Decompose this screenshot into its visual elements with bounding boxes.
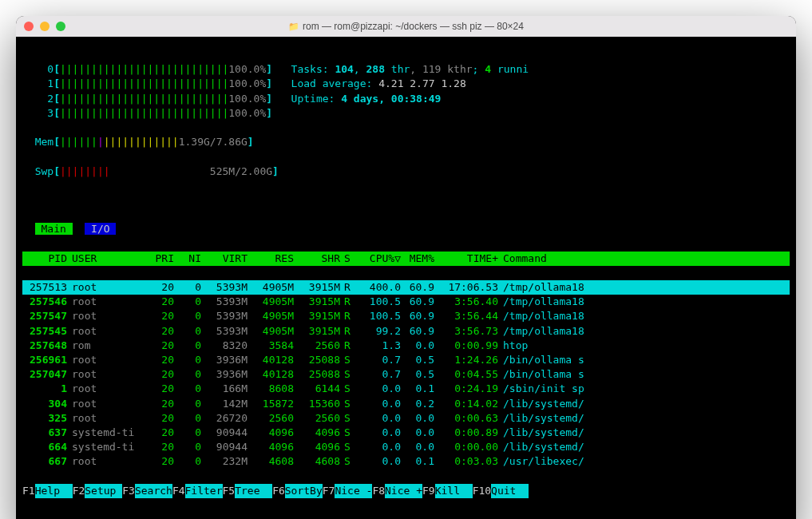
table-row[interactable]: 256961root2003936M4012825088S0.70.51:24.… <box>22 353 790 367</box>
fkey-filter[interactable]: Filter <box>185 484 223 498</box>
titlebar: 📁 rom — rom@pizzapi: ~/dockers — ssh piz… <box>16 16 796 37</box>
fkey-label: F3 <box>122 484 135 498</box>
fkey-label: F1 <box>22 484 35 498</box>
table-row[interactable]: 667root200232M46084608S0.00.10:03.03/usr… <box>22 454 790 469</box>
tabs: Main I/O <box>22 222 790 236</box>
table-row[interactable]: 325root2002672025602560S0.00.00:00.63/li… <box>22 411 790 426</box>
fkey-search[interactable]: Search <box>135 484 172 498</box>
fkey-label: F4 <box>172 484 185 498</box>
table-row[interactable]: 257648rom200832035842560R1.30.00:00.99ht… <box>22 339 790 353</box>
fkey-label: F7 <box>323 484 335 498</box>
swap-meter: Swp[|||||||| 525M/2.00G] <box>22 164 790 179</box>
mem-meter: Mem[|||||||||||||||||||1.39G/7.86G] <box>22 135 790 149</box>
close-icon[interactable] <box>24 22 34 31</box>
process-list[interactable]: 257513root2005393M4905M3915MR400.060.917… <box>22 280 790 469</box>
cpu-meters: 0[|||||||||||||||||||||||||||100.0%] Tas… <box>22 62 790 121</box>
terminal-window: 📁 rom — rom@pizzapi: ~/dockers — ssh piz… <box>16 16 796 519</box>
fkey-tree[interactable]: Tree <box>235 484 272 498</box>
window-title-text: rom — rom@pizzapi: ~/dockers — ssh piz —… <box>303 21 524 32</box>
fkey-setup[interactable]: Setup <box>85 484 122 498</box>
fkey-label: F8 <box>372 484 385 498</box>
fkey-label: F2 <box>73 484 85 498</box>
table-row[interactable]: 257047root2003936M4012825088S0.70.50:04.… <box>22 367 790 382</box>
table-row[interactable]: 637systemd-ti2009094440964096S0.00.00:00… <box>22 426 790 440</box>
table-row[interactable]: 1root200166M86086144S0.00.10:24.19/sbin/… <box>22 382 790 396</box>
fkey-kill[interactable]: Kill <box>435 484 473 498</box>
fkey-nice +[interactable]: Nice + <box>385 484 422 498</box>
tab-main[interactable]: Main <box>35 223 73 235</box>
function-keys: F1Help F2Setup F3SearchF4FilterF5Tree F6… <box>22 484 790 498</box>
table-row[interactable]: 257545root2005393M4905M3915MR99.260.93:5… <box>22 324 790 339</box>
table-row[interactable]: 257513root2005393M4905M3915MR400.060.917… <box>22 280 790 295</box>
table-row[interactable]: 664systemd-ti2009094440964096S0.00.00:00… <box>22 440 790 454</box>
window-controls <box>24 22 65 31</box>
table-row[interactable]: 257546root2005393M4905M3915MR100.560.93:… <box>22 295 790 309</box>
folder-icon: 📁 <box>288 22 299 32</box>
table-row[interactable]: 304root200142M1587215360S0.00.20:14.02/l… <box>22 397 790 411</box>
window-title: 📁 rom — rom@pizzapi: ~/dockers — ssh piz… <box>16 21 796 32</box>
fkey-label: F9 <box>422 484 435 498</box>
fkey-label: F10 <box>473 484 491 498</box>
table-row[interactable]: 257547root2005393M4905M3915MR100.560.93:… <box>22 309 790 323</box>
minimize-icon[interactable] <box>40 22 50 31</box>
table-header[interactable]: PIDUSERPRINIVIRTRESSHRSCPU%▽MEM%TIME+Com… <box>22 252 790 266</box>
terminal-body[interactable]: 0[|||||||||||||||||||||||||||100.0%] Tas… <box>16 37 796 519</box>
fkey-nice -[interactable]: Nice - <box>335 484 372 498</box>
fkey-label: F5 <box>223 484 236 498</box>
fkey-quit[interactable]: Quit <box>491 484 529 498</box>
zoom-icon[interactable] <box>56 22 65 31</box>
fkey-help[interactable]: Help <box>35 484 73 498</box>
fkey-sortby[interactable]: SortBy <box>285 484 323 498</box>
fkey-label: F6 <box>272 484 285 498</box>
tab-io[interactable]: I/O <box>85 223 116 235</box>
